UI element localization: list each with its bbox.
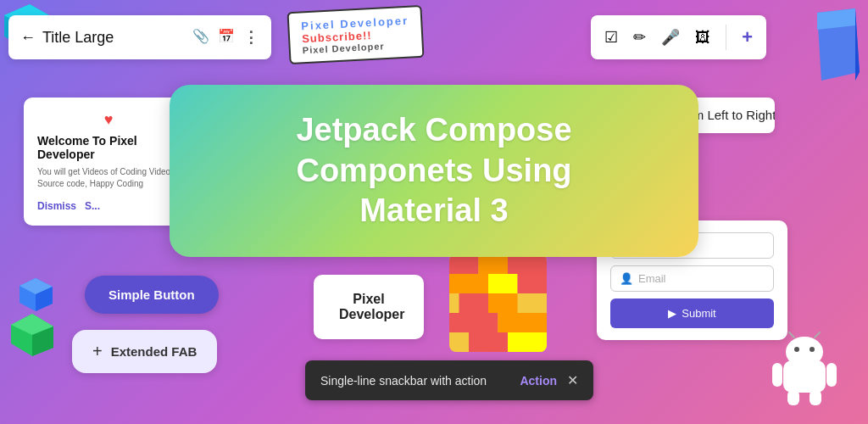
subscribe-card: Pixel Developer Subscribe!! Pixel Develo… <box>287 5 424 64</box>
email-placeholder: Email <box>638 272 666 285</box>
svg-rect-21 <box>449 313 498 332</box>
cube-blue-small <box>17 276 55 314</box>
person-icon: 👤 <box>620 272 633 285</box>
svg-rect-19 <box>459 293 489 313</box>
svg-rect-18 <box>518 274 548 293</box>
check-icon[interactable]: ☑ <box>604 28 618 47</box>
edit-icon[interactable]: ✏ <box>633 28 646 47</box>
extended-fab[interactable]: + Extended FAB <box>72 330 217 373</box>
back-icon[interactable]: ← <box>20 29 36 47</box>
svg-rect-23 <box>469 332 508 352</box>
toolbar-card: ☑ ✏ 🎤 🖼 + <box>591 15 766 59</box>
image-icon[interactable]: 🖼 <box>695 29 710 47</box>
svg-rect-31 <box>772 363 782 387</box>
main-title-text: Jetpack Compose Componets Using Material… <box>203 110 665 232</box>
fab-label: Extended FAB <box>111 344 198 359</box>
welcome-title: Welcome To Pixel Developer <box>37 134 180 161</box>
snackbar-close-button[interactable]: ✕ <box>567 372 578 388</box>
welcome-body: You will get Videos of Coding Videos, So… <box>37 166 180 190</box>
submit-label: Submit <box>682 307 715 320</box>
submit-button[interactable]: ▶ Submit <box>610 298 774 328</box>
svg-line-30 <box>815 332 820 338</box>
svg-rect-33 <box>787 390 799 405</box>
snackbar-text: Single-line snackbar with action <box>320 374 509 388</box>
app-bar-card: ← Title Large 📎 📅 ⋮ <box>8 15 271 59</box>
more-icon[interactable]: ⋮ <box>243 28 259 47</box>
cube-green-bottom <box>7 310 58 360</box>
pixel-dev-line2: Developer <box>339 307 398 322</box>
cube-blue-right <box>809 4 864 98</box>
fab-plus-icon: + <box>92 342 103 361</box>
welcome-card: ♥ Welcome To Pixel Developer You will ge… <box>24 98 193 226</box>
simple-button[interactable]: Simple Button <box>85 276 219 314</box>
svg-rect-16 <box>449 274 488 293</box>
main-title-card: Jetpack Compose Componets Using Material… <box>170 85 698 257</box>
dismiss-button[interactable]: Dismiss <box>37 200 76 212</box>
save-button[interactable]: S... <box>85 200 100 212</box>
snackbar-action-button[interactable]: Action <box>520 374 557 388</box>
add-icon[interactable]: + <box>742 26 753 48</box>
submit-icon: ▶ <box>668 307 676 320</box>
attach-icon[interactable]: 📎 <box>192 28 209 47</box>
svg-rect-15 <box>508 254 547 274</box>
svg-line-29 <box>789 332 794 338</box>
email-input[interactable]: 👤 Email <box>610 265 774 292</box>
svg-rect-14 <box>479 254 509 274</box>
android-mascot <box>771 331 838 407</box>
svg-rect-17 <box>488 274 518 293</box>
toolbar-divider <box>726 25 726 50</box>
pixel-art-block <box>449 254 547 352</box>
app-bar-title: Title Large <box>42 29 186 47</box>
svg-rect-13 <box>449 254 479 274</box>
svg-rect-22 <box>498 313 548 332</box>
mic-icon[interactable]: 🎤 <box>661 28 680 47</box>
calendar-icon[interactable]: 📅 <box>218 28 235 47</box>
svg-rect-34 <box>810 390 821 405</box>
svg-point-27 <box>794 347 799 352</box>
svg-marker-5 <box>855 8 860 81</box>
pixel-dev-card: Pixel Developer <box>314 275 424 339</box>
svg-point-26 <box>786 337 823 367</box>
heart-icon: ♥ <box>37 111 180 129</box>
svg-point-28 <box>810 347 815 352</box>
svg-rect-32 <box>826 363 837 387</box>
snackbar: Single-line snackbar with action Action … <box>305 360 593 400</box>
svg-rect-24 <box>508 332 547 352</box>
svg-rect-20 <box>488 293 518 313</box>
pixel-dev-line1: Pixel <box>339 292 398 307</box>
